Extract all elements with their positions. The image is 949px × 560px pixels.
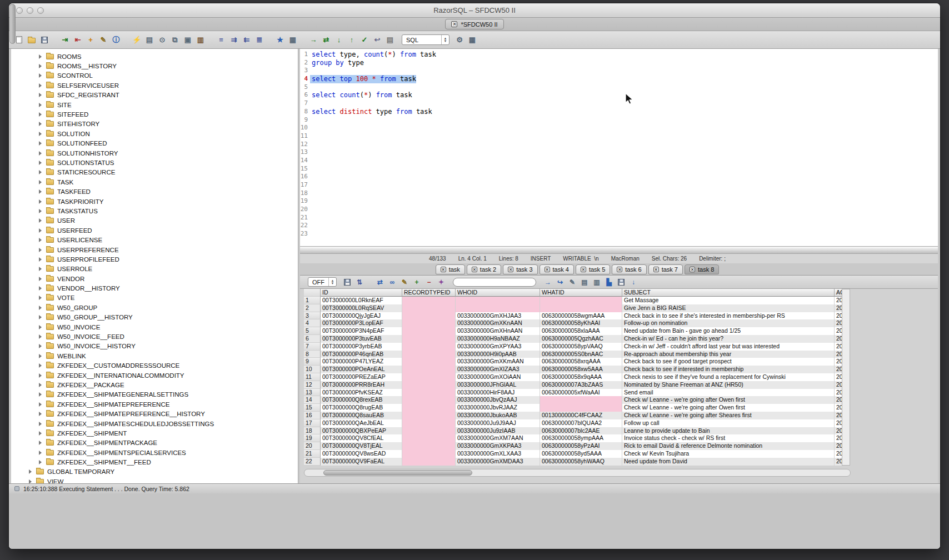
column-header-whatid[interactable]: WHATID <box>540 289 622 297</box>
disclosure-triangle-icon[interactable] <box>39 238 42 242</box>
disclosure-triangle-icon[interactable] <box>39 334 42 339</box>
sql-script-icon[interactable]: ▤ <box>144 34 155 46</box>
disclosure-triangle-icon[interactable] <box>39 64 42 68</box>
cell-ac[interactable]: 200 <box>835 335 842 343</box>
tree-item-zkfedex-shipment-feed[interactable]: ZKFEDEX__SHIPMENT__FEED <box>11 457 298 467</box>
table-row[interactable]: 200T3000000L0RqSEAVGive Jenn a BIG RAISE… <box>304 304 842 312</box>
disclosure-triangle-icon[interactable] <box>29 469 32 474</box>
tab-close-icon[interactable] <box>617 267 622 272</box>
cell-whatid[interactable]: 006300000058ympAAA <box>540 434 622 442</box>
cell-whatid[interactable]: 0013000000C4fFCAAZ <box>540 412 622 419</box>
cell-ac[interactable]: 200 <box>835 458 842 466</box>
export-icon[interactable]: ▤ <box>580 277 590 287</box>
disclosure-triangle-icon[interactable] <box>39 199 42 204</box>
cell-whatid[interactable] <box>540 297 622 304</box>
disclosure-triangle-icon[interactable] <box>39 296 42 300</box>
result-tab-task[interactable]: task <box>436 264 465 274</box>
result-tab-task-4[interactable]: task 4 <box>540 264 574 274</box>
fetch-down-icon[interactable]: ↓ <box>333 34 344 46</box>
cell-whatid[interactable]: 006300000058yhWAAQ <box>540 458 622 466</box>
table-row[interactable]: 1300T3000000PfvKSEAZ0033000000HirF8AAJ00… <box>304 389 842 397</box>
tree-item-userlicense[interactable]: USERLICENSE <box>11 235 298 244</box>
cell-subject[interactable]: Check-in w/ Jeff - couldn't afford last … <box>622 343 835 351</box>
cell-whatid[interactable]: 006300000058wgmAAA <box>540 312 622 320</box>
cell-id[interactable]: 00T3000000QjyJgEAJ <box>321 312 402 320</box>
tab-close-icon[interactable] <box>451 21 457 27</box>
cell-whoid[interactable] <box>456 297 540 304</box>
tree-item-task[interactable]: TASK <box>11 177 298 187</box>
cell-whatid[interactable] <box>540 396 622 404</box>
cell-ac[interactable]: 200 <box>835 297 842 304</box>
download-icon[interactable]: ↓ <box>628 277 638 287</box>
table-row[interactable]: 1500T3000000Q8rugEAB0033000000JbvRJAAZCh… <box>304 404 842 412</box>
disclosure-triangle-icon[interactable] <box>39 286 42 291</box>
cell-ac[interactable]: 200 <box>835 419 842 427</box>
disclosure-triangle-icon[interactable] <box>39 103 42 107</box>
edit-table-data-icon[interactable]: ▦ <box>287 34 298 46</box>
cell-subject[interactable]: Check back to see if interested in membe… <box>622 366 835 373</box>
cell-id[interactable]: 00T3000000PREZaEAP <box>321 373 402 381</box>
cell-recordtypeid[interactable] <box>402 351 456 358</box>
connection-info-icon[interactable]: ⓘ <box>111 34 122 46</box>
table-row[interactable]: 1900T3000000QV8CfEAL0033000000GmXM7AAN00… <box>304 434 842 442</box>
cell-ac[interactable]: 200 <box>835 450 842 458</box>
cell-recordtypeid[interactable] <box>402 373 456 381</box>
tab-close-icon[interactable] <box>508 267 513 272</box>
tree-item-sitefeed[interactable]: SITEFEED <box>11 109 298 119</box>
disclosure-triangle-icon[interactable] <box>39 383 42 387</box>
tree-item-taskfeed[interactable]: TASKFEED <box>11 187 298 196</box>
disclosure-triangle-icon[interactable] <box>39 402 42 407</box>
cell-subject[interactable]: Check-in w/ Ed - can he join this year? <box>622 335 835 343</box>
copy-icon[interactable]: ⧉ <box>169 34 181 46</box>
table-row[interactable]: 2100T3000000QV8wsEAD0033000000GmXLXAA300… <box>304 450 842 458</box>
cell-whoid[interactable]: 0033000000GmXM7AAN <box>456 434 540 442</box>
cell-subject[interactable]: Get Massage <box>622 297 835 304</box>
cell-whoid[interactable]: 0033000000GmXPYAA3 <box>456 343 540 351</box>
cell-id[interactable]: 00T3000000L0RqSEAV <box>321 304 402 312</box>
fetch-up-icon[interactable]: ↑ <box>346 34 357 46</box>
tree-item-vote[interactable]: VOTE <box>11 293 298 303</box>
cell-recordtypeid[interactable] <box>402 327 456 335</box>
disclosure-triangle-icon[interactable] <box>39 122 42 126</box>
disclosure-triangle-icon[interactable] <box>39 93 42 97</box>
editor-horizontal-scrollbar[interactable] <box>300 246 938 254</box>
tree-item-zkfedex-customaddresssource[interactable]: ZKFEDEX__CUSTOMADDRESSSOURCE <box>11 361 298 371</box>
cell-ac[interactable]: 200 <box>835 327 842 335</box>
tree-item-zkfedex-internationalcommodity[interactable]: ZKFEDEX__INTERNATIONALCOMMODITY <box>11 371 298 380</box>
tree-item-sitehistory[interactable]: SITEHISTORY <box>11 119 298 129</box>
disclosure-triangle-icon[interactable] <box>39 373 42 378</box>
cell-id[interactable]: 00T3000000P3LopEAF <box>321 319 402 327</box>
cell-whoid[interactable]: 0033000000H9i0pAAB <box>456 351 540 358</box>
cell-recordtypeid[interactable] <box>402 343 456 351</box>
paste-icon[interactable]: ▣ <box>182 34 193 46</box>
column-header-whoid[interactable]: WHOID <box>456 289 540 297</box>
database-browser-tree[interactable]: ROOMSROOMS__HISTORYSCONTROLSELFSERVICEUS… <box>11 49 298 483</box>
sql-editor[interactable]: 1select type, count(*) from task2group b… <box>300 49 938 246</box>
disclosure-triangle-icon[interactable] <box>39 315 42 319</box>
cell-ac[interactable]: 200 <box>835 373 842 381</box>
table-row[interactable]: 400T3000000P3LopEAF0033000000GmXKnAAN006… <box>304 319 842 327</box>
tree-item-userpreference[interactable]: USERPREFERENCE <box>11 245 298 254</box>
result-tab-task-7[interactable]: task 7 <box>648 264 683 274</box>
tree-item-sfdc-registrant[interactable]: SFDC_REGISTRANT <box>11 91 298 100</box>
tree-item-w50-invoice-feed[interactable]: W50_INVOICE__FEED <box>11 332 298 341</box>
cell-ac[interactable]: 200 <box>835 412 842 419</box>
disclosure-triangle-icon[interactable] <box>39 209 42 213</box>
cell-whatid[interactable]: 006300000058yKhAAI <box>540 319 622 327</box>
result-tab-task-8[interactable]: task 8 <box>685 264 719 274</box>
magic-wand-icon[interactable]: ✦ <box>436 277 446 287</box>
cell-ac[interactable]: 200 <box>835 319 842 327</box>
cell-id[interactable]: 00T3000000QV8CfEAL <box>321 434 402 442</box>
disclosure-triangle-icon[interactable] <box>29 479 32 483</box>
cell-ac[interactable]: 200 <box>835 434 842 442</box>
cell-whatid[interactable]: 00630000007blQUAA2 <box>540 419 622 427</box>
tree-item-solutionhistory[interactable]: SOLUTIONHISTORY <box>11 148 298 158</box>
open-file-icon[interactable] <box>26 34 37 46</box>
disclosure-triangle-icon[interactable] <box>39 83 42 88</box>
insert-row-icon[interactable]: + <box>412 277 422 287</box>
cell-ac[interactable]: 200 <box>835 427 842 435</box>
cell-id[interactable]: 00T3000000P46qnEAB <box>321 351 402 358</box>
cell-id[interactable]: 00T3000000Q8sauEAB <box>321 412 402 419</box>
tree-item-userrole[interactable]: USERROLE <box>11 264 298 274</box>
cell-whoid[interactable]: 0033000000GmXKPAA3 <box>456 442 540 450</box>
